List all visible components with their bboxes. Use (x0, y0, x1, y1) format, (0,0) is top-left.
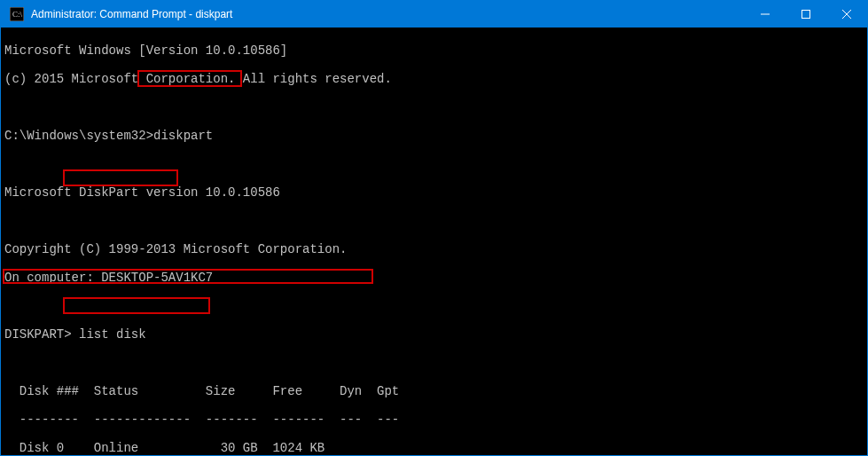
table-row: Disk 0 Online 30 GB 1024 KB (4, 441, 864, 455)
win-copyright-line: (c) 2015 Microsoft Corporation. All righ… (4, 72, 864, 86)
win-version-line: Microsoft Windows [Version 10.0.10586] (4, 43, 864, 58)
table-divider: -------- ------------- ------- ------- -… (4, 413, 864, 427)
window-title: Administrator: Command Prompt - diskpart (31, 8, 232, 20)
blank-line (4, 157, 864, 171)
cmd-icon: C:\ (8, 5, 26, 23)
maximize-button[interactable] (786, 1, 826, 28)
prompt-prefix: C:\Windows\system32> (4, 129, 153, 143)
terminal-output[interactable]: Microsoft Windows [Version 10.0.10586] (… (1, 28, 867, 456)
svg-rect-3 (802, 11, 810, 19)
highlight-list-disk (63, 169, 178, 186)
svg-text:C:\: C:\ (12, 10, 23, 19)
prompt-line-1: C:\Windows\system32>diskpart (4, 129, 864, 143)
blank-line (4, 299, 864, 313)
diskpart-prompt: DISKPART> (4, 327, 72, 342)
minimize-button[interactable] (745, 1, 786, 28)
blank-line (4, 214, 864, 228)
diskpart-computer-line: On computer: DESKTOP-5AV1KC7 (4, 271, 864, 285)
window-titlebar[interactable]: C:\ Administrator: Command Prompt - disk… (1, 1, 867, 28)
cmd-diskpart: diskpart (153, 129, 213, 143)
close-button[interactable] (826, 1, 867, 28)
cmd-list-disk: list disk (79, 327, 146, 342)
diskpart-copyright-line: Copyright (C) 1999-2013 Microsoft Corpor… (4, 242, 864, 256)
blank-line (4, 356, 864, 370)
diskpart-version-line: Microsoft DiskPart version 10.0.10586 (4, 185, 864, 200)
table-header: Disk ### Status Size Free Dyn Gpt (4, 384, 864, 398)
prompt-line-2: DISKPART> list disk (4, 327, 864, 342)
blank-line (4, 100, 864, 114)
